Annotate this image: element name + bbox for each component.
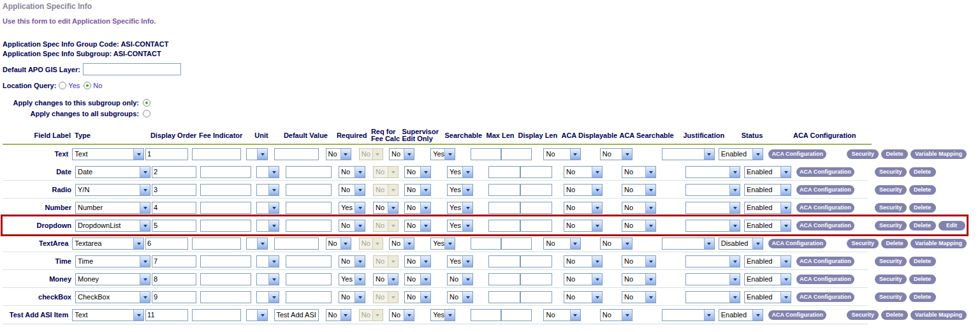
max-len-input[interactable]	[471, 238, 501, 250]
type-select[interactable]: CheckBox	[75, 291, 150, 303]
display-order-input[interactable]	[152, 291, 196, 303]
fee-indicator-input[interactable]	[192, 309, 241, 321]
type-select[interactable]: Number	[75, 202, 150, 214]
default-value-input[interactable]	[286, 273, 332, 285]
display-order-input[interactable]	[145, 238, 188, 250]
max-len-input[interactable]	[488, 202, 520, 214]
max-len-input[interactable]	[488, 273, 520, 285]
display-order-input[interactable]	[152, 166, 196, 178]
status-select[interactable]: Disabled	[719, 238, 764, 250]
searchable-select[interactable]: Yes	[430, 148, 455, 160]
status-select[interactable]: Enabled	[744, 166, 791, 178]
required-select[interactable]: No	[339, 220, 365, 232]
justification-select[interactable]	[685, 220, 740, 232]
location-no-radio[interactable]	[84, 82, 91, 89]
status-select[interactable]: Enabled	[719, 309, 764, 321]
type-select[interactable]: Text	[72, 309, 144, 321]
status-select[interactable]: Enabled	[744, 291, 791, 303]
delete-button[interactable]: Delete	[909, 292, 936, 302]
supervisor-edit-only-select[interactable]: No	[404, 273, 431, 285]
justification-select[interactable]	[685, 255, 740, 268]
supervisor-edit-only-select[interactable]: No	[389, 309, 414, 321]
aca-displayable-select[interactable]: No	[543, 238, 580, 250]
delete-button[interactable]: Delete	[881, 149, 908, 159]
display-len-input[interactable]	[520, 184, 552, 196]
searchable-select[interactable]: Yes	[447, 220, 473, 232]
default-value-input[interactable]	[286, 184, 332, 196]
display-len-input[interactable]	[520, 291, 552, 303]
max-len-input[interactable]	[488, 291, 520, 303]
display-len-input[interactable]	[520, 166, 552, 178]
security-button[interactable]: Security	[875, 257, 907, 266]
fee-indicator-input[interactable]	[200, 273, 251, 285]
supervisor-edit-only-select[interactable]: No	[404, 220, 431, 232]
aca-searchable-select[interactable]: No	[600, 309, 633, 321]
display-len-input[interactable]	[501, 309, 532, 321]
type-select[interactable]: Text	[72, 148, 144, 160]
supervisor-edit-only-select[interactable]: No	[404, 166, 431, 178]
display-order-input[interactable]	[145, 148, 188, 160]
required-select[interactable]: Yes	[339, 273, 365, 285]
max-len-input[interactable]	[471, 309, 501, 321]
display-order-input[interactable]	[145, 309, 188, 321]
searchable-select[interactable]: Yes	[430, 238, 455, 250]
aca-displayable-select[interactable]: No	[564, 255, 603, 268]
display-len-input[interactable]	[520, 255, 552, 268]
delete-button[interactable]: Delete	[881, 239, 908, 248]
default-value-input[interactable]	[274, 148, 318, 160]
unit-select[interactable]	[256, 166, 279, 178]
type-select[interactable]: Time	[75, 255, 150, 268]
display-order-input[interactable]	[152, 202, 196, 214]
display-len-input[interactable]	[501, 148, 532, 160]
supervisor-edit-only-select[interactable]: No	[404, 202, 431, 214]
searchable-select[interactable]: Yes	[447, 166, 473, 178]
required-select[interactable]: No	[339, 255, 365, 268]
justification-select[interactable]	[685, 291, 740, 303]
searchable-select[interactable]: Yes	[447, 202, 473, 214]
default-value-input[interactable]	[286, 291, 332, 303]
security-button[interactable]: Security	[875, 275, 907, 284]
max-len-input[interactable]	[488, 184, 520, 196]
aca-displayable-select[interactable]: No	[564, 166, 603, 178]
security-button[interactable]: Security	[875, 221, 907, 230]
searchable-select[interactable]: Yes	[447, 184, 473, 196]
unit-select[interactable]	[246, 148, 268, 160]
supervisor-edit-only-select[interactable]: No	[404, 184, 431, 196]
security-button[interactable]: Security	[847, 310, 879, 320]
max-len-input[interactable]	[488, 220, 520, 232]
unit-select[interactable]	[256, 273, 279, 285]
required-select[interactable]: No	[326, 309, 351, 321]
max-len-input[interactable]	[488, 255, 520, 268]
searchable-select[interactable]: Yes	[430, 309, 455, 321]
aca-configuration-button[interactable]: ACA Configuration	[768, 310, 826, 320]
status-select[interactable]: Enabled	[719, 148, 764, 160]
required-select[interactable]: No	[339, 291, 365, 303]
searchable-select[interactable]: No	[447, 273, 473, 285]
max-len-input[interactable]	[488, 166, 520, 178]
aca-displayable-select[interactable]: No	[564, 184, 603, 196]
variable-mapping-button[interactable]: Variable Mapping	[911, 149, 967, 159]
security-button[interactable]: Security	[875, 185, 907, 195]
type-select[interactable]: Textarea	[72, 238, 144, 250]
justification-select[interactable]	[685, 184, 740, 196]
security-button[interactable]: Security	[875, 203, 907, 213]
unit-select[interactable]	[246, 238, 268, 250]
searchable-select[interactable]: No	[447, 291, 473, 303]
aca-searchable-select[interactable]: No	[622, 291, 656, 303]
status-select[interactable]: Enabled	[744, 184, 791, 196]
justification-select[interactable]	[685, 202, 740, 214]
fee-indicator-input[interactable]	[200, 291, 251, 303]
max-len-input[interactable]	[471, 148, 501, 160]
default-value-input[interactable]	[286, 220, 332, 232]
delete-button[interactable]: Delete	[909, 167, 936, 177]
fee-indicator-input[interactable]	[192, 238, 241, 250]
status-select[interactable]: Enabled	[744, 255, 791, 268]
display-len-input[interactable]	[520, 220, 552, 232]
type-select[interactable]: DropdownList	[75, 220, 150, 232]
variable-mapping-button[interactable]: Variable Mapping	[911, 239, 967, 248]
aca-searchable-select[interactable]: No	[622, 255, 656, 268]
status-select[interactable]: Enabled	[744, 202, 791, 214]
justification-select[interactable]	[662, 309, 714, 321]
apply-subgroup-only-radio[interactable]	[143, 99, 150, 107]
edit-button[interactable]: Edit	[939, 221, 965, 230]
